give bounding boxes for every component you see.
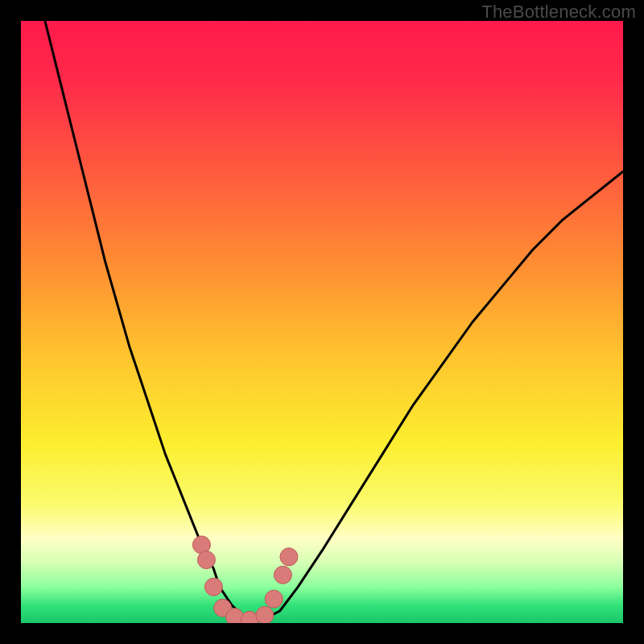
data-marker (274, 566, 291, 584)
bottleneck-chart (21, 21, 623, 623)
data-marker (197, 551, 215, 569)
data-marker (204, 578, 222, 596)
data-marker (256, 606, 274, 623)
plot-area (21, 21, 623, 623)
data-marker (280, 548, 298, 566)
data-marker (265, 590, 283, 608)
heat-background (21, 21, 623, 623)
watermark-text: TheBottleneck.com (481, 2, 636, 23)
chart-frame: TheBottleneck.com (0, 0, 644, 644)
